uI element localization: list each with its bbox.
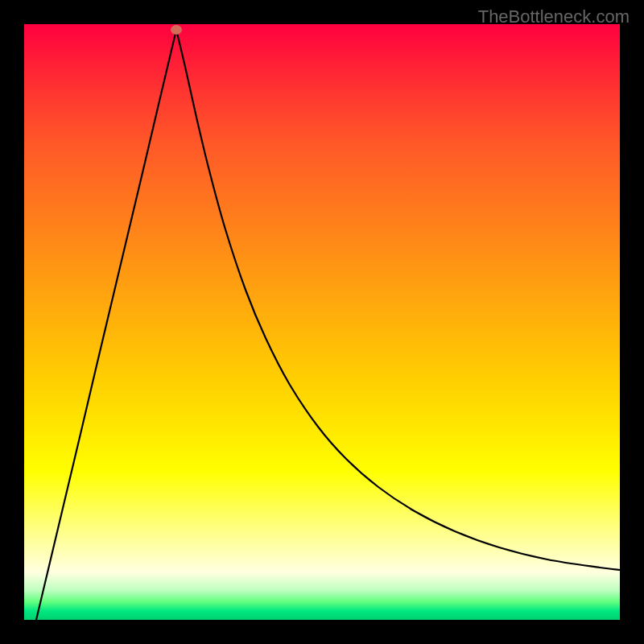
watermark-text: TheBottleneck.com: [478, 6, 630, 27]
minimum-marker: [171, 25, 182, 35]
bottleneck-curve: [36, 30, 620, 620]
chart-gradient-area: [24, 24, 620, 620]
curve-svg: [24, 24, 620, 620]
